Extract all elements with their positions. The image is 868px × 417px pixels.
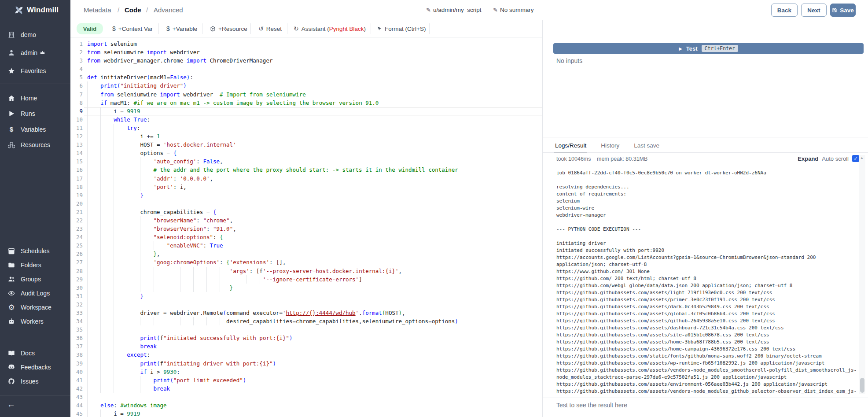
tab-advanced[interactable]: Advanced xyxy=(154,6,183,14)
code-token: 'addr' xyxy=(154,175,173,182)
tab-code[interactable]: Code xyxy=(125,6,141,14)
format-label: Format (Ctrl+S) xyxy=(385,26,426,32)
log-line: https://github.githubassets.com/assets/h… xyxy=(556,346,859,353)
code-token xyxy=(87,234,154,240)
sidebar-item-issues[interactable]: Issues xyxy=(0,374,70,388)
indent-guide xyxy=(167,284,167,292)
add-context-var-button[interactable]: $ +Context Var xyxy=(112,23,153,34)
log-line: https://github.githubassets.com/assets/v… xyxy=(556,388,859,395)
code-token: ( xyxy=(147,74,150,81)
test-button[interactable]: ▶ Test Ctrl+Enter xyxy=(553,43,864,54)
divider xyxy=(543,152,868,153)
code-token: ' xyxy=(283,310,286,316)
autoscroll-checkbox[interactable]: ✓ xyxy=(852,155,859,162)
indent-guide xyxy=(114,275,114,284)
sidebar-item-audit-logs[interactable]: Audit Logs xyxy=(0,286,70,300)
indent-guide xyxy=(100,334,101,342)
sidebar-item-docs[interactable]: Docs xyxy=(0,346,70,360)
sidebar-item-favorites[interactable]: Favorites xyxy=(0,62,70,80)
indent-guide xyxy=(100,359,101,368)
indent-guide xyxy=(87,115,88,124)
code-token xyxy=(87,158,154,165)
script-path-edit[interactable]: ✎ u/admin/my_script xyxy=(426,7,481,13)
indent-guide xyxy=(87,216,88,225)
indent-guide xyxy=(180,275,180,284)
line-number: 32 xyxy=(70,300,83,309)
code-token xyxy=(87,91,100,98)
tab-logs-result[interactable]: Logs/Result xyxy=(554,140,587,153)
reset-button[interactable]: ↺ Reset xyxy=(258,23,282,34)
sidebar-item-label: Favorites xyxy=(21,67,46,74)
expand-button[interactable]: Expand xyxy=(798,155,818,162)
indent-guide xyxy=(87,250,88,258)
sidebar-item-groups[interactable]: Groups xyxy=(0,272,70,286)
indent-guide xyxy=(114,342,114,351)
line-number: 1 xyxy=(70,40,83,48)
sidebar-item-variables[interactable]: $Variables xyxy=(0,122,70,137)
add-variable-button[interactable]: $ +Variable xyxy=(166,23,197,34)
code-token: i > xyxy=(147,369,163,375)
code-token: driver = webdriver.Remote xyxy=(87,310,223,316)
tab-metadata[interactable]: Metadata xyxy=(84,6,111,14)
indent-guide xyxy=(127,284,127,292)
scrollbar-thumb[interactable] xyxy=(860,378,864,393)
log-line: https://github.githubassets.com/assets/l… xyxy=(556,289,859,296)
code-line: from webdriver_manager.chrome import Chr… xyxy=(87,56,458,65)
indent-guide xyxy=(87,401,88,410)
sidebar-item-home[interactable]: Home xyxy=(0,90,70,106)
indent-guide xyxy=(206,317,207,325)
sidebar-item-admin[interactable]: admin xyxy=(0,44,70,62)
sidebar-item-folders[interactable]: Folders xyxy=(0,258,70,272)
sidebar-item-resources[interactable]: Resources xyxy=(0,137,70,153)
sidebar-item-feedbacks[interactable]: Feedbacks xyxy=(0,360,70,374)
add-resource-button[interactable]: +Resource xyxy=(210,23,247,34)
code-token: i = xyxy=(87,108,127,114)
brand[interactable]: Windmill xyxy=(0,0,70,20)
next-button[interactable]: Next xyxy=(801,4,827,17)
indent-guide xyxy=(220,267,220,275)
log-line: initiating driver xyxy=(556,240,859,247)
assistant-button[interactable]: ↻ Assistant (Pyright Black) xyxy=(294,23,366,34)
indent-guide xyxy=(114,325,114,334)
code-token: , xyxy=(398,268,402,274)
code-line: HOST = 'host.docker.internal' xyxy=(87,140,458,149)
indent-guide xyxy=(127,359,127,368)
indent-guide xyxy=(127,309,127,317)
code-line: while True: xyxy=(87,115,458,124)
back-button[interactable]: Back xyxy=(771,4,798,17)
line-number: 45 xyxy=(70,410,83,417)
indent-guide xyxy=(100,191,101,199)
sidebar-item-label: Workspace xyxy=(21,304,51,311)
line-number: 28 xyxy=(70,267,83,275)
format-button[interactable]: Format (Ctrl+S) xyxy=(377,23,426,34)
code-editor[interactable]: 1234567891011121314151617181920212223242… xyxy=(70,37,542,417)
script-path: u/admin/my_script xyxy=(433,7,482,13)
indent-guide xyxy=(114,183,114,191)
sidebar-item-label: admin xyxy=(21,49,37,56)
indent-guide xyxy=(127,250,127,258)
log-line: https://github.com/ 200 text/html; chars… xyxy=(556,275,859,282)
log-scrollbar[interactable]: ▲ xyxy=(859,155,865,394)
code-token: i = xyxy=(87,410,127,417)
indent-guide xyxy=(140,216,140,225)
sidebar-item-workers[interactable]: Workers xyxy=(0,314,70,328)
sidebar-item-schedules[interactable]: Schedules xyxy=(0,244,70,258)
code-token: : xyxy=(173,175,180,182)
calendar-icon xyxy=(7,247,16,255)
line-number: 29 xyxy=(70,275,83,284)
tab-last-save[interactable]: Last save xyxy=(633,140,660,153)
code-line: "enableVNC": True xyxy=(87,241,458,250)
code-token: ) xyxy=(289,335,293,341)
code-token: #if we are on mac m1 -> custom image by … xyxy=(133,100,379,106)
indent-guide xyxy=(127,132,127,140)
book-icon xyxy=(7,349,16,357)
line-number: 36 xyxy=(70,334,83,342)
sidebar-item-workspace[interactable]: ⚙Workspace xyxy=(0,300,70,314)
sidebar-item-runs[interactable]: Runs xyxy=(0,106,70,122)
indent-guide xyxy=(100,149,101,157)
sidebar-item-demo[interactable]: demo xyxy=(0,26,70,44)
collapse-sidebar-button[interactable]: ← xyxy=(7,400,15,410)
save-button[interactable]: Save xyxy=(830,4,856,17)
tab-history[interactable]: History xyxy=(600,140,620,153)
summary-edit[interactable]: ✎ No summary xyxy=(493,7,533,13)
